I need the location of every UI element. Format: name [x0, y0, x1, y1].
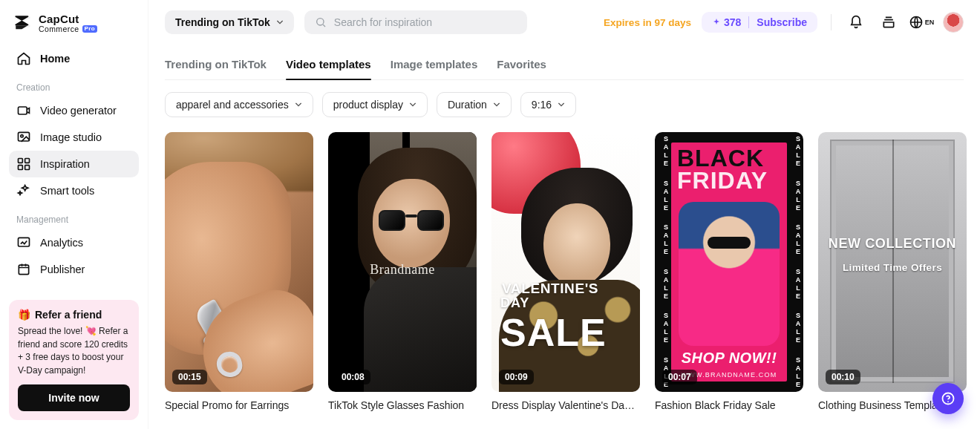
sidebar-item-smart-tools[interactable]: Smart tools — [9, 177, 139, 204]
template-card[interactable]: NEW COLLECTION Limited Time Offers 00:10… — [818, 132, 967, 411]
help-button[interactable] — [932, 383, 964, 414]
analytics-icon — [16, 235, 31, 250]
expires-label: Expires in 97 days — [604, 17, 691, 28]
filter-duration[interactable]: Duration — [437, 92, 512, 117]
overlay-black: BLACK — [671, 143, 787, 169]
logo-text-top: CapCut — [39, 13, 97, 24]
template-thumbnail: 00:15 — [165, 132, 313, 392]
template-title: Fashion Black Friday Sale — [655, 399, 803, 411]
topbar: Trending on TikTok Expires in 97 days — [165, 10, 964, 34]
chevron-down-icon — [409, 101, 416, 108]
library-icon — [881, 15, 896, 30]
search-icon — [315, 16, 327, 28]
invite-button[interactable]: Invite now — [18, 384, 130, 411]
sidebar-item-analytics[interactable]: Analytics — [9, 229, 139, 256]
tab-image-templates[interactable]: Image templates — [391, 50, 478, 79]
svg-point-2 — [21, 134, 23, 137]
library-button[interactable] — [878, 11, 900, 33]
chevron-down-icon — [493, 101, 500, 108]
sparkle-icon — [712, 18, 721, 27]
template-card[interactable]: SALESALESALESALESALESALE SALESALESALESAL… — [655, 132, 803, 411]
smart-tools-icon — [16, 183, 31, 198]
overlay-sale-strip: SALESALESALESALESALESALE — [788, 132, 802, 392]
svg-rect-7 — [19, 238, 30, 246]
overlay-friday: FRIDAY — [671, 169, 787, 191]
duration-badge: 00:07 — [662, 370, 697, 384]
svg-rect-0 — [19, 107, 27, 114]
refer-title: Refer a friend — [35, 309, 102, 321]
svg-rect-4 — [25, 158, 30, 163]
image-studio-icon — [16, 130, 31, 145]
tabs: Trending on TikTok Video templates Image… — [165, 50, 964, 80]
search-field[interactable] — [304, 10, 527, 34]
video-generator-icon — [16, 103, 31, 118]
filter-label: Duration — [448, 99, 487, 111]
template-title: Special Promo for Earrings — [165, 399, 313, 411]
filter-label: product display — [333, 99, 403, 111]
home-icon — [16, 51, 31, 66]
overlay-sub: Limited Time Offers — [818, 262, 967, 273]
language-code: EN — [925, 19, 935, 26]
subscribe-label: Subscribe — [757, 16, 807, 28]
sidebar-item-label: Video generator — [40, 105, 117, 117]
sidebar-item-home[interactable]: Home — [9, 45, 139, 72]
template-thumbnail: NEW COLLECTION Limited Time Offers 00:10 — [818, 132, 967, 392]
overlay-title: NEW COLLECTION — [818, 236, 967, 252]
tab-favorites[interactable]: Favorites — [497, 50, 546, 79]
overlay-subtitle: DONT MISS OUT — [655, 132, 803, 133]
bell-icon — [849, 15, 863, 30]
capcut-logo-icon — [13, 13, 33, 33]
trending-dropdown[interactable]: Trending on TikTok — [165, 10, 294, 34]
pro-badge: Pro — [82, 25, 98, 33]
tab-video-templates[interactable]: Video templates — [286, 50, 371, 79]
sidebar-item-label: Publisher — [40, 263, 85, 275]
template-card[interactable]: VALENTINE'S DAY SALE 00:09 Dress Display… — [491, 132, 640, 411]
overlay-sale-strip: SALESALESALESALESALESALE — [656, 132, 670, 392]
template-card[interactable]: 00:15 Special Promo for Earrings — [165, 132, 313, 411]
gift-icon: 🎁 — [18, 309, 30, 321]
help-icon — [941, 391, 956, 406]
globe-icon — [909, 15, 924, 30]
sidebar-item-label: Inspiration — [40, 158, 90, 170]
sidebar-section-management: Management — [9, 204, 139, 229]
svg-rect-8 — [19, 265, 28, 275]
inspiration-icon — [16, 157, 31, 171]
filter-category[interactable]: apparel and accessories — [165, 92, 313, 117]
overlay-shop: SHOP NOW!! — [671, 350, 787, 367]
avatar[interactable] — [943, 12, 964, 33]
publisher-icon — [16, 262, 31, 277]
notifications-button[interactable] — [845, 11, 867, 33]
chevron-down-icon — [558, 101, 565, 108]
sidebar-item-image-studio[interactable]: Image studio — [9, 124, 139, 151]
trending-dropdown-label: Trending on TikTok — [175, 16, 270, 28]
sidebar-item-label: Image studio — [40, 131, 102, 143]
tab-trending[interactable]: Trending on TikTok — [165, 50, 267, 79]
filter-layout[interactable]: product display — [322, 92, 428, 117]
refer-card: 🎁 Refer a friend Spread the love! 💘 Refe… — [9, 300, 139, 420]
chevron-down-icon — [295, 101, 302, 108]
template-title: TikTok Style Glasses Fashion — [328, 399, 477, 411]
sidebar-item-video-generator[interactable]: Video generator — [9, 97, 139, 124]
template-thumbnail: SALESALESALESALESALESALE SALESALESALESAL… — [655, 132, 803, 392]
sidebar-item-inspiration[interactable]: Inspiration — [9, 151, 139, 177]
sidebar: CapCut Commerce Pro Home Creation Video … — [0, 0, 148, 429]
credits-subscribe[interactable]: 378 Subscribe — [702, 12, 817, 33]
filter-label: apparel and accessories — [176, 99, 289, 111]
duration-badge: 00:08 — [336, 370, 370, 384]
language-button[interactable]: EN — [910, 11, 932, 33]
credits-amount: 378 — [724, 16, 741, 28]
filter-aspect[interactable]: 9:16 — [520, 92, 576, 117]
overlay-line2: DAY — [500, 295, 529, 311]
svg-rect-3 — [19, 158, 23, 163]
filters: apparel and accessories product display … — [165, 92, 964, 117]
search-input[interactable] — [334, 16, 517, 28]
sidebar-item-label: Home — [40, 53, 70, 65]
svg-rect-6 — [25, 165, 30, 169]
sidebar-item-publisher[interactable]: Publisher — [9, 256, 139, 283]
svg-rect-5 — [19, 165, 23, 169]
template-thumbnail: VALENTINE'S DAY SALE 00:09 — [491, 132, 640, 392]
template-card[interactable]: Brandname 00:08 TikTok Style Glasses Fas… — [328, 132, 477, 411]
logo[interactable]: CapCut Commerce Pro — [9, 10, 139, 45]
overlay-sale: SALE — [500, 310, 607, 355]
overlay-brandname: Brandname — [328, 262, 477, 278]
